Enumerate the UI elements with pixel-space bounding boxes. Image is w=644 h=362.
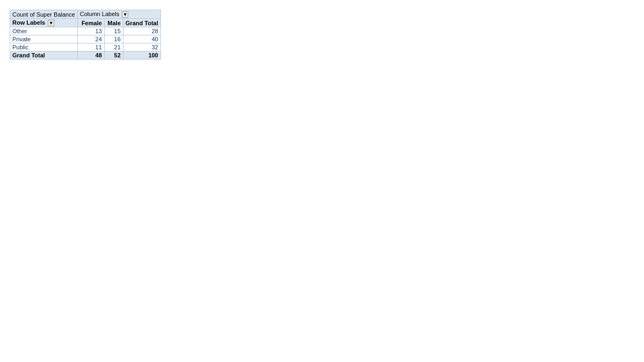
grand-total-header-text: Grand Total	[126, 20, 158, 26]
column-labels-cell: Column Labels ▼	[77, 10, 160, 19]
public-male: 21	[104, 43, 123, 51]
row-labels-header: Row Labels ▼	[10, 19, 78, 27]
header-row-top: Count of Super Balance Column Labels ▼	[10, 10, 161, 19]
table-row: Public 11 21 32	[10, 43, 161, 51]
table-row: Private 24 16 40	[10, 35, 161, 43]
female-header-text: Female	[82, 20, 102, 26]
male-header: Male	[104, 19, 123, 27]
grand-total-header: Grand Total	[123, 19, 160, 27]
title-text: Count of Super Balance	[12, 11, 75, 18]
row-labels-header-text: Row Labels	[12, 19, 45, 26]
column-labels-filter-button[interactable]: ▼	[122, 11, 128, 18]
row-label-private: Private	[10, 35, 78, 43]
pivot-table: Count of Super Balance Column Labels ▼ R…	[10, 10, 161, 60]
other-male: 15	[104, 27, 123, 35]
row-label-other: Other	[10, 27, 78, 35]
row-labels-filter-button[interactable]: ▼	[48, 20, 54, 26]
column-labels-text: Column Labels	[80, 11, 119, 17]
private-female: 24	[77, 35, 104, 43]
female-header: Female	[77, 19, 104, 27]
other-female: 13	[77, 27, 104, 35]
grand-total-total: 100	[123, 51, 160, 60]
grand-total-row: Grand Total 48 52 100	[10, 51, 161, 60]
grand-total-label: Grand Total	[10, 51, 78, 60]
grand-total-male: 52	[104, 51, 123, 60]
pivot-title: Count of Super Balance	[10, 10, 78, 19]
header-row-cols: Row Labels ▼ Female Male Grand Total	[10, 19, 161, 27]
row-label-public: Public	[10, 43, 78, 51]
other-grand-total: 28	[123, 27, 160, 35]
private-grand-total: 40	[123, 35, 160, 43]
table-row: Other 13 15 28	[10, 27, 161, 35]
male-header-text: Male	[107, 20, 120, 26]
pivot-table-container: Count of Super Balance Column Labels ▼ R…	[10, 10, 161, 60]
public-grand-total: 32	[123, 43, 160, 51]
grand-total-female: 48	[77, 51, 104, 60]
private-male: 16	[104, 35, 123, 43]
public-female: 11	[77, 43, 104, 51]
